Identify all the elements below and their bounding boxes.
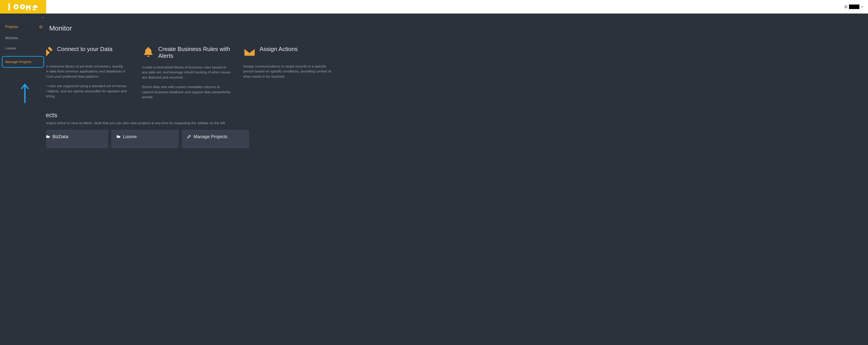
sidebar-item-label: BizData xyxy=(5,36,18,40)
sidebar-collapse-button[interactable]: « xyxy=(0,13,46,21)
feature-paragraph: Enrich data sets with custom metadata co… xyxy=(142,84,232,100)
logo[interactable] xyxy=(0,0,46,13)
project-card-loome[interactable]: Loome xyxy=(111,130,179,148)
folder-icon xyxy=(116,134,121,139)
content: Monitor Connect to your Data th an exten… xyxy=(46,13,868,345)
feature-paragraph: your rules are organized using a standar… xyxy=(46,83,131,99)
project-card-bizdata[interactable]: BizData xyxy=(46,130,108,148)
sidebar-item-bizdata[interactable]: BizData xyxy=(0,33,46,43)
annotation-arrow xyxy=(20,82,29,105)
bell-icon xyxy=(142,46,155,59)
sidebar-item-label: Manage Projects xyxy=(5,60,31,64)
feature-row: Connect to your Data th an extensive lib… xyxy=(46,38,868,104)
project-card-label: BizData xyxy=(53,134,68,139)
page-title: Monitor xyxy=(49,24,863,32)
plus-circle-icon[interactable] xyxy=(39,25,43,29)
projects-section: ojects t a project below to view its Ale… xyxy=(46,111,868,148)
feature-alerts: Create Business Rules with Alerts Create… xyxy=(142,46,232,104)
sidebar-header-projects[interactable]: Projects xyxy=(0,21,46,33)
projects-heading: ojects xyxy=(46,111,864,119)
caret-down-icon xyxy=(861,6,863,7)
chevron-left-double-icon: « xyxy=(42,15,43,19)
folder-icon xyxy=(46,134,50,139)
project-card-label: Manage Projects xyxy=(193,134,227,139)
feature-title: Connect to your Data xyxy=(57,46,113,53)
project-card-manage[interactable]: Manage Projects xyxy=(182,130,249,148)
project-card-label: Loome xyxy=(123,134,137,139)
edit-icon xyxy=(187,134,191,139)
feature-connect: Connect to your Data th an extensive lib… xyxy=(46,46,131,104)
feature-actions: Assign Actions Design communications to … xyxy=(243,46,334,104)
feature-paragraph: Create a centralized library of business… xyxy=(142,65,232,80)
sidebar-item-loome[interactable]: Loome xyxy=(0,43,46,54)
topbar xyxy=(0,0,868,13)
sidebar: « Projects BizData Loome Manage Projects xyxy=(0,13,46,345)
sidebar-item-manage-projects[interactable]: Manage Projects xyxy=(2,56,44,68)
feature-title: Create Business Rules with Alerts xyxy=(158,46,232,59)
sidebar-header-label: Projects xyxy=(5,25,18,29)
feature-paragraph: Design communications to target records … xyxy=(243,64,334,79)
svg-rect-0 xyxy=(8,3,10,10)
user-menu[interactable] xyxy=(849,4,860,9)
feature-paragraph: th an extensive library of pre-built con… xyxy=(46,64,131,79)
globe-icon[interactable] xyxy=(844,5,848,8)
sidebar-item-label: Loome xyxy=(5,46,16,50)
projects-subtext: t a project below to view its Alerts. No… xyxy=(46,121,864,125)
envelope-icon xyxy=(243,46,256,59)
feature-title: Assign Actions xyxy=(259,46,298,53)
plug-icon xyxy=(46,46,53,59)
